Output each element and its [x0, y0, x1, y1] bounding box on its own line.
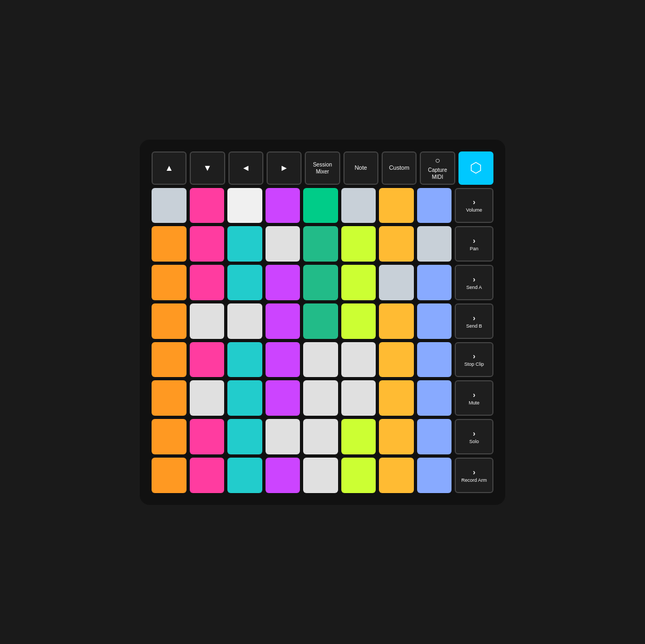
- record-arm-button[interactable]: › Record Arm: [455, 458, 493, 493]
- pad-r6c8[interactable]: [417, 380, 452, 416]
- pad-r1c3[interactable]: [227, 188, 262, 223]
- pad-r5c8[interactable]: [417, 342, 452, 378]
- launchpad-controller: ▲ ▼ ◄ ► SessionMixer Note Custom ○ Captu…: [140, 140, 505, 505]
- pad-r4c8[interactable]: [417, 303, 452, 339]
- pad-r2c6[interactable]: [341, 226, 376, 262]
- pad-r7c7[interactable]: [379, 419, 414, 454]
- pad-r2c5[interactable]: [303, 226, 338, 262]
- pad-r2c4[interactable]: [266, 226, 300, 262]
- pad-r6c5[interactable]: [303, 380, 338, 416]
- pad-r5c2[interactable]: [190, 342, 225, 378]
- pad-r4c3[interactable]: [227, 303, 262, 339]
- pad-r5c1[interactable]: [152, 342, 187, 378]
- pad-r8c1[interactable]: [152, 458, 187, 493]
- pad-r6c1[interactable]: [152, 380, 187, 416]
- pad-r7c2[interactable]: [190, 419, 225, 454]
- custom-label: Custom: [389, 164, 410, 171]
- solo-chevron-icon: ›: [473, 429, 476, 438]
- pad-r6c7[interactable]: [379, 380, 414, 416]
- pad-r8c2[interactable]: [190, 458, 225, 493]
- novation-button[interactable]: ⬡: [458, 151, 493, 185]
- pan-button[interactable]: › Pan: [455, 226, 493, 262]
- pan-label: Pan: [470, 246, 478, 251]
- pad-r3c4[interactable]: [266, 265, 300, 300]
- custom-button[interactable]: Custom: [382, 151, 417, 185]
- send-b-button[interactable]: › Send B: [455, 303, 493, 339]
- capture-midi-label: Capture MIDI: [423, 167, 452, 180]
- capture-midi-button[interactable]: ○ Capture MIDI: [420, 151, 455, 185]
- pad-r5c6[interactable]: [341, 342, 376, 378]
- pad-r2c1[interactable]: [152, 226, 187, 262]
- up-button[interactable]: ▲: [152, 151, 187, 185]
- pad-r7c8[interactable]: [417, 419, 452, 454]
- main-area: › Volume › Pan › Send A › Send B › Stop …: [152, 188, 493, 493]
- left-button[interactable]: ◄: [228, 151, 263, 185]
- pad-r3c3[interactable]: [227, 265, 262, 300]
- pad-r1c6[interactable]: [341, 188, 376, 223]
- pad-r8c6[interactable]: [341, 458, 376, 493]
- pad-r6c4[interactable]: [266, 380, 300, 416]
- send-a-chevron-icon: ›: [473, 275, 476, 284]
- pad-r4c7[interactable]: [379, 303, 414, 339]
- pad-r4c5[interactable]: [303, 303, 338, 339]
- pad-r1c1[interactable]: [152, 188, 187, 223]
- pad-r2c3[interactable]: [227, 226, 262, 262]
- pad-r8c3[interactable]: [227, 458, 262, 493]
- pad-r3c2[interactable]: [190, 265, 225, 300]
- top-row: ▲ ▼ ◄ ► SessionMixer Note Custom ○ Captu…: [152, 151, 493, 185]
- pad-r5c7[interactable]: [379, 342, 414, 378]
- stop-clip-chevron-icon: ›: [473, 352, 476, 360]
- pad-r1c2[interactable]: [190, 188, 225, 223]
- pad-r8c7[interactable]: [379, 458, 414, 493]
- pad-r3c6[interactable]: [341, 265, 376, 300]
- stop-clip-button[interactable]: › Stop Clip: [455, 342, 493, 378]
- pad-r4c6[interactable]: [341, 303, 376, 339]
- send-a-label: Send A: [466, 285, 482, 290]
- pad-r7c4[interactable]: [266, 419, 300, 454]
- pad-r7c6[interactable]: [341, 419, 376, 454]
- pad-r6c2[interactable]: [190, 380, 225, 416]
- novation-icon: ⬡: [470, 160, 482, 176]
- session-mixer-label: SessionMixer: [313, 161, 332, 175]
- pad-r1c5[interactable]: [303, 188, 338, 223]
- pad-r3c7[interactable]: [379, 265, 414, 300]
- pad-r7c3[interactable]: [227, 419, 262, 454]
- record-arm-label: Record Arm: [461, 477, 487, 483]
- pad-r8c5[interactable]: [303, 458, 338, 493]
- pad-r3c8[interactable]: [417, 265, 452, 300]
- pad-r6c6[interactable]: [341, 380, 376, 416]
- pad-r4c2[interactable]: [190, 303, 225, 339]
- mute-button[interactable]: › Mute: [455, 380, 493, 416]
- pad-r4c1[interactable]: [152, 303, 187, 339]
- solo-button[interactable]: › Solo: [455, 419, 493, 454]
- volume-label: Volume: [466, 207, 482, 213]
- pad-r7c5[interactable]: [303, 419, 338, 454]
- pad-r8c8[interactable]: [417, 458, 452, 493]
- session-mixer-button[interactable]: SessionMixer: [305, 151, 340, 185]
- pad-r5c5[interactable]: [303, 342, 338, 378]
- pad-r1c8[interactable]: [417, 188, 452, 223]
- pad-r1c7[interactable]: [379, 188, 414, 223]
- pad-r3c1[interactable]: [152, 265, 187, 300]
- pad-r7c1[interactable]: [152, 419, 187, 454]
- pad-grid: [152, 188, 452, 493]
- mute-label: Mute: [469, 400, 479, 406]
- right-column: › Volume › Pan › Send A › Send B › Stop …: [455, 188, 493, 493]
- pad-r6c3[interactable]: [227, 380, 262, 416]
- note-button[interactable]: Note: [343, 151, 378, 185]
- pad-r2c2[interactable]: [190, 226, 225, 262]
- send-a-button[interactable]: › Send A: [455, 265, 493, 300]
- pad-r4c4[interactable]: [266, 303, 300, 339]
- pad-r2c7[interactable]: [379, 226, 414, 262]
- stop-clip-label: Stop Clip: [464, 361, 484, 367]
- pad-r1c4[interactable]: [266, 188, 300, 223]
- pad-r5c3[interactable]: [227, 342, 262, 378]
- down-button[interactable]: ▼: [190, 151, 225, 185]
- pad-r5c4[interactable]: [266, 342, 300, 378]
- pad-r2c8[interactable]: [417, 226, 452, 262]
- right-button[interactable]: ►: [267, 151, 302, 185]
- pad-r8c4[interactable]: [266, 458, 300, 493]
- solo-label: Solo: [469, 439, 479, 444]
- volume-button[interactable]: › Volume: [455, 188, 493, 223]
- pad-r3c5[interactable]: [303, 265, 338, 300]
